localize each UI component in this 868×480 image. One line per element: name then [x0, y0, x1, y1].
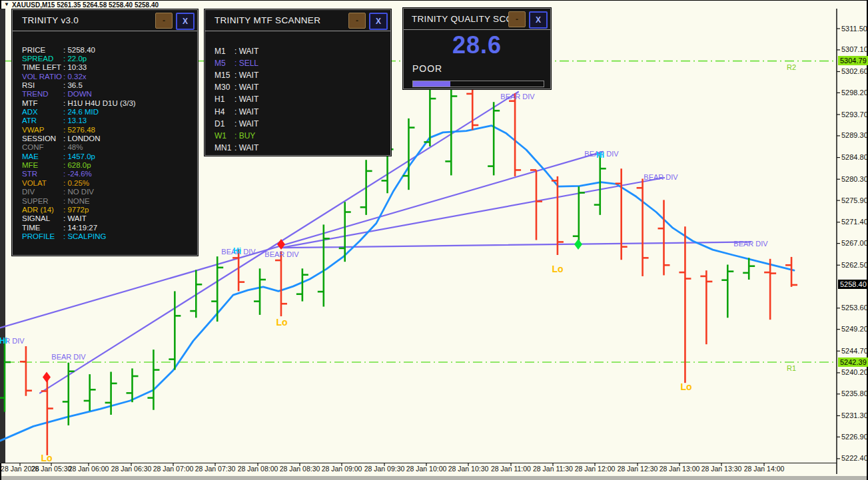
- price-axis[interactable]: 5311.505307.105302.605298.205293.705289.…: [837, 9, 868, 480]
- price-axis-label: 5275.90: [841, 196, 868, 204]
- price-axis-label: 5293.70: [841, 111, 868, 119]
- timeframe-signal-row-label: W1: [215, 131, 234, 140]
- timeframe-signal-row: H4: WAIT: [215, 105, 385, 117]
- indicator-row: TIME: 14:19:27: [22, 223, 192, 232]
- indicator-row-value: 5258.40: [67, 46, 95, 54]
- timeframe-signal-row-label: H1: [215, 95, 234, 104]
- indicator-row-value: 13.13: [67, 117, 87, 124]
- trinity-panel-title: TRINITY v3.0: [22, 15, 79, 25]
- indicator-row: MAE: 1457.0p: [22, 152, 192, 160]
- indicator-row-label: MFE: [22, 161, 63, 169]
- timeframe-signal-row: M15: WAIT: [215, 69, 385, 81]
- time-axis-label: 28 Jan 12:30: [618, 465, 658, 473]
- swing-low-label[interactable]: Lo: [276, 317, 287, 328]
- indicator-row-value: 24.6 MID: [67, 108, 99, 116]
- minimize-button[interactable]: -: [348, 13, 366, 29]
- indicator-row: ATR: 13.13: [22, 117, 192, 125]
- time-axis[interactable]: 28 Jan 202628 Jan 05:3028 Jan 06:0028 Ja…: [0, 465, 837, 474]
- divergence-label[interactable]: BEAR DIV: [51, 353, 86, 361]
- chart-dropdown-icon[interactable]: ▼: [4, 2, 9, 7]
- close-button[interactable]: X: [176, 13, 195, 30]
- indicator-row-label: SUPER: [22, 197, 63, 205]
- minimize-button[interactable]: -: [508, 11, 526, 27]
- divergence-label[interactable]: BEAR DIV: [264, 250, 299, 258]
- indicator-row: TREND: DOWN: [22, 90, 192, 99]
- indicator-row-value: 10:33: [67, 63, 87, 71]
- swing-low-label[interactable]: Lo: [41, 453, 52, 463]
- indicator-row: ADR (14): 9772p: [22, 205, 192, 214]
- time-axis-label: 28 Jan 14:00: [744, 465, 785, 473]
- price-axis-label: 5240.20: [841, 368, 868, 376]
- indicator-row: RSI: 36.5: [22, 81, 192, 89]
- indicator-row-value: 14:19:27: [67, 224, 97, 232]
- timeframe-signal-row: M1: WAIT: [215, 45, 385, 57]
- indicator-row-label: STR: [22, 170, 63, 178]
- timeframe-signal-row: D1: WAIT: [215, 118, 385, 130]
- indicator-row-value: 0.25%: [67, 179, 89, 187]
- indicator-row-label: DIV: [22, 188, 63, 196]
- indicator-row: SIGNAL: WAIT: [22, 214, 192, 223]
- indicator-row-value: WAIT: [67, 214, 86, 222]
- indicator-row-label: VOLAT: [22, 179, 63, 187]
- indicator-row-label: PROFILE: [22, 232, 63, 240]
- swing-high-label[interactable]: Hi: [233, 246, 241, 256]
- indicator-row-value: 22.0p: [67, 55, 87, 63]
- timeframe-signal-row-value: WAIT: [239, 83, 259, 92]
- indicator-row: DIV: NO DIV: [22, 188, 192, 196]
- swing-high-label[interactable]: Hi: [0, 336, 7, 346]
- pivot-price-badge-r2: 5304.79: [838, 56, 868, 65]
- time-axis-label: 28 Jan 13:00: [659, 465, 700, 473]
- swing-low-label[interactable]: Lo: [552, 264, 563, 274]
- indicator-row-value: DOWN: [67, 90, 91, 98]
- scanner-panel-title: TRINITY MTF SCANNER: [215, 15, 320, 25]
- quality-progress-fill: [413, 81, 450, 87]
- timeframe-signal-row-label: M5: [215, 59, 234, 68]
- trinity-panel-body: PRICE: 5258.40SPREAD: 22.0pTIME LEFT: 10…: [22, 45, 192, 241]
- indicator-row-value: NONE: [67, 197, 89, 205]
- price-axis-label: 5222.40: [841, 454, 868, 462]
- minimize-button[interactable]: -: [155, 13, 173, 29]
- quality-rating-label: POOR: [412, 63, 442, 74]
- indicator-row-label: CONF: [22, 143, 63, 151]
- swing-low-label[interactable]: Lo: [680, 381, 691, 392]
- timeframe-signal-row: M5: SELL: [215, 57, 385, 69]
- timeframe-signal-row-value: WAIT: [239, 107, 259, 117]
- indicator-row-label: SESSION: [22, 134, 63, 142]
- price-axis-label: 5311.50: [841, 25, 867, 33]
- indicator-row: MTF: H1U H4U D1U (3/3): [22, 99, 192, 107]
- trinity-panel-titlebar: TRINITY v3.0 - X: [13, 10, 197, 31]
- swing-high-label[interactable]: Hi: [596, 150, 604, 160]
- divergence-label[interactable]: BEAR DIV: [500, 93, 535, 101]
- pivot-level-label-r1[interactable]: R1: [787, 364, 796, 372]
- pivot-level-label-r2[interactable]: R2: [787, 63, 796, 71]
- price-axis-label: 5271.40: [841, 218, 868, 226]
- close-button[interactable]: X: [369, 13, 388, 30]
- timeframe-signal-row: H1: WAIT: [215, 93, 385, 105]
- scanner-panel-titlebar: TRINITY MTF SCANNER - X: [205, 10, 390, 31]
- indicator-row-label: TIME LEFT: [22, 63, 63, 71]
- mt4-window: ▼ XAUUSD,M15 5261.35 5264.58 5258.40 525…: [0, 0, 868, 480]
- timeframe-signal-row: M30: WAIT: [215, 81, 385, 93]
- indicator-row-value: LONDON: [67, 134, 100, 142]
- divergence-label[interactable]: BEAR DIV: [733, 240, 768, 248]
- divergence-label[interactable]: BEAR DIV: [644, 173, 678, 181]
- indicator-row: MFE: 628.0p: [22, 160, 192, 169]
- time-axis-label: 28 Jan 07:30: [195, 465, 236, 473]
- indicator-row-label: TIME: [22, 224, 63, 232]
- indicator-row: SUPER: NONE: [22, 196, 192, 205]
- time-axis-label: 28 Jan 08:30: [280, 465, 320, 473]
- close-button[interactable]: X: [529, 11, 548, 29]
- indicator-row-label: SPREAD: [22, 55, 63, 63]
- timeframe-signal-row-value: WAIT: [239, 95, 259, 104]
- time-axis-label: 28 Jan 12:00: [575, 465, 616, 473]
- price-axis-label: 5235.80: [841, 389, 868, 397]
- chart-title: XAUUSD,M15 5261.35 5264.58 5258.40 5258.…: [12, 1, 159, 9]
- indicator-row: SPREAD: 22.0p: [22, 54, 192, 63]
- timeframe-signal-row: MN1: WAIT: [215, 142, 385, 154]
- indicator-row: STR: -24.6%: [22, 170, 192, 178]
- price-axis-label: 5302.60: [841, 67, 868, 75]
- price-axis-label: 5262.50: [841, 261, 868, 269]
- indicator-row: VWAP: 5276.48: [22, 125, 192, 134]
- timeframe-signal-row-label: MN1: [215, 143, 234, 152]
- divergence-label[interactable]: R DIV: [5, 337, 25, 345]
